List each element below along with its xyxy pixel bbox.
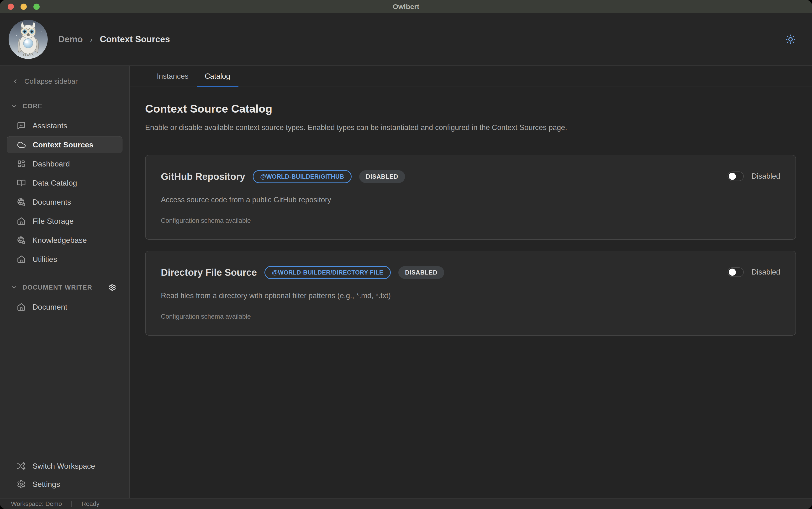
book-open-icon (17, 178, 26, 188)
sidebar-section-core[interactable]: CORE (0, 103, 129, 110)
sidebar-item-file-storage[interactable]: File Storage (7, 212, 123, 230)
card-title: Directory File Source (161, 267, 257, 278)
switch-workspace-label: Switch Workspace (32, 462, 95, 471)
toggle-knob (729, 173, 736, 180)
breadcrumb-current-page: Context Sources (100, 34, 170, 44)
sidebar-item-label: File Storage (32, 217, 74, 226)
gear-icon (17, 480, 26, 489)
dashboard-grid-icon (17, 159, 26, 168)
sidebar-item-label: Assistants (32, 122, 67, 130)
home-icon (17, 255, 26, 264)
tab-bar: Instances Catalog (130, 66, 812, 87)
status-workspace: Workspace: Demo (11, 500, 62, 508)
sidebar-section-document-writer-title: DOCUMENT WRITER (23, 284, 92, 291)
breadcrumb-separator: › (90, 35, 93, 44)
package-badge: @WORLD-BUILDER/DIRECTORY-FILE (264, 266, 391, 279)
shuffle-icon (17, 462, 26, 471)
sidebar-footer: Switch Workspace Settings (7, 453, 123, 498)
globe-search-icon (17, 236, 26, 245)
status-ready: Ready (82, 500, 99, 508)
package-badge: @WORLD-BUILDER/GITHUB (253, 170, 352, 183)
collapse-sidebar-button[interactable]: Collapse sidebar (0, 75, 129, 88)
tab-instances[interactable]: Instances (149, 66, 197, 87)
catalog-page: Context Source Catalog Enable or disable… (130, 87, 812, 346)
sidebar-item-document[interactable]: Document (7, 298, 123, 315)
sidebar-item-label: Utilities (32, 255, 57, 264)
catalog-card-list: GitHub Repository @WORLD-BUILDER/GITHUB … (145, 155, 796, 336)
app-window: Owlbert (0, 0, 812, 509)
settings-label: Settings (32, 480, 60, 489)
sun-icon (785, 34, 796, 44)
toggle-knob (729, 269, 736, 276)
cloud-icon (17, 140, 26, 149)
minimize-window-button[interactable] (21, 4, 27, 10)
collapse-sidebar-label: Collapse sidebar (24, 77, 77, 86)
chevron-down-icon (11, 284, 17, 291)
sidebar-item-utilities[interactable]: Utilities (7, 251, 123, 268)
breadcrumb: Demo › Context Sources (58, 34, 170, 44)
card-description: Access source code from a public GitHub … (161, 196, 405, 204)
theme-toggle-button[interactable] (783, 32, 798, 46)
zoom-window-button[interactable] (33, 4, 40, 10)
gear-icon[interactable] (108, 283, 116, 291)
status-badge: DISABLED (359, 170, 405, 183)
status-bar: Workspace: Demo Ready (0, 498, 812, 509)
sidebar-item-context-sources[interactable]: Context Sources (7, 136, 123, 154)
sidebar-item-documents[interactable]: Documents (7, 194, 123, 211)
sidebar-item-data-catalog[interactable]: Data Catalog (7, 174, 123, 192)
sidebar-item-assistants[interactable]: Assistants (7, 117, 123, 134)
titlebar: Owlbert (0, 0, 812, 13)
toggle-label: Disabled (751, 172, 780, 180)
status-divider (71, 501, 72, 507)
card-title: GitHub Repository (161, 171, 245, 182)
catalog-card-github-repository: GitHub Repository @WORLD-BUILDER/GITHUB … (145, 155, 796, 240)
app-header: Demo › Context Sources (0, 13, 812, 66)
sidebar: Collapse sidebar CORE Assistants (0, 66, 130, 498)
page-subtitle: Enable or disable available context sour… (145, 123, 796, 132)
tab-catalog[interactable]: Catalog (197, 66, 238, 87)
sidebar-section-document-writer[interactable]: DOCUMENT WRITER (0, 283, 129, 291)
toggle-label: Disabled (751, 268, 780, 276)
sidebar-item-label: Data Catalog (32, 179, 77, 188)
settings-button[interactable]: Settings (7, 476, 123, 493)
card-description: Read files from a directory with optiona… (161, 292, 444, 300)
sidebar-item-label: Context Sources (33, 140, 93, 149)
main-content: Instances Catalog Context Source Catalog… (130, 66, 812, 498)
close-window-button[interactable] (8, 4, 14, 10)
window-title: Owlbert (393, 3, 419, 11)
sidebar-item-label: Knowledgebase (32, 236, 87, 245)
sidebar-section-core-title: CORE (23, 103, 42, 110)
sidebar-item-knowledgebase[interactable]: Knowledgebase (7, 232, 123, 249)
sidebar-item-dashboard[interactable]: Dashboard (7, 155, 123, 172)
page-title: Context Source Catalog (145, 102, 796, 115)
window-controls (8, 0, 40, 13)
card-schema-note: Configuration schema available (161, 217, 405, 225)
card-schema-note: Configuration schema available (161, 313, 444, 320)
sidebar-item-label: Dashboard (32, 160, 70, 168)
home-icon (17, 216, 26, 226)
catalog-card-directory-file-source: Directory File Source @WORLD-BUILDER/DIR… (145, 251, 796, 336)
enable-toggle[interactable] (727, 267, 744, 277)
chevron-down-icon (11, 103, 17, 109)
switch-workspace-button[interactable]: Switch Workspace (7, 457, 123, 475)
chevron-left-icon (12, 78, 19, 85)
owl-avatar (9, 20, 48, 59)
breadcrumb-workspace[interactable]: Demo (58, 34, 83, 44)
owl-avatar-image (9, 20, 48, 59)
message-smile-icon (17, 121, 26, 130)
status-badge: DISABLED (398, 266, 444, 279)
globe-search-icon (17, 198, 26, 207)
sidebar-item-label: Documents (32, 198, 71, 207)
enable-toggle[interactable] (727, 171, 744, 181)
home-icon (17, 302, 26, 311)
sidebar-item-label: Document (32, 303, 67, 311)
